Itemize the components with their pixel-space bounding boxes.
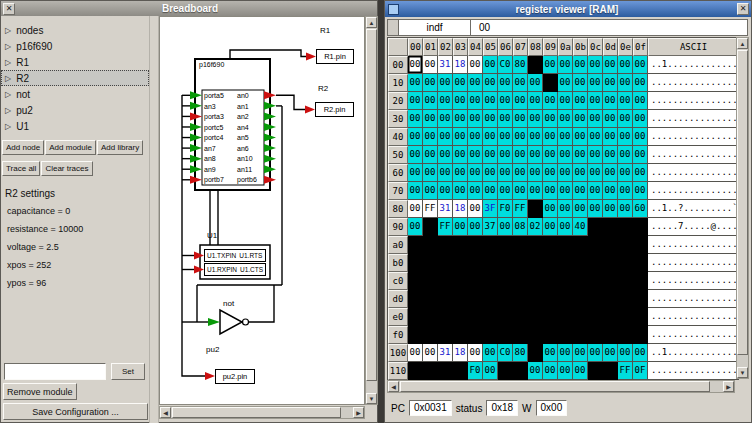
reg-cell[interactable]: [588, 236, 603, 254]
reg-cell[interactable]: [618, 308, 633, 326]
reg-cell[interactable]: 00: [633, 146, 648, 164]
reg-cell[interactable]: 00: [588, 146, 603, 164]
reg-cell[interactable]: 00: [423, 164, 438, 182]
reg-cell[interactable]: 00: [573, 200, 588, 218]
reg-cell[interactable]: [453, 362, 468, 380]
scroll-down-icon[interactable]: ▼: [737, 367, 748, 378]
reg-cell[interactable]: 00: [453, 128, 468, 146]
reg-cell[interactable]: 00: [468, 344, 483, 362]
reg-cell[interactable]: [483, 254, 498, 272]
reg-cell[interactable]: 00: [588, 344, 603, 362]
reg-cell[interactable]: [618, 236, 633, 254]
scroll-up-icon[interactable]: ▲: [366, 17, 377, 28]
reg-cell[interactable]: 00: [603, 128, 618, 146]
reg-cell[interactable]: C0: [498, 344, 513, 362]
add-module-button[interactable]: Add module: [45, 140, 96, 155]
reg-cell[interactable]: [588, 308, 603, 326]
reg-cell[interactable]: [573, 236, 588, 254]
reg-cell[interactable]: 00: [558, 218, 573, 236]
column-header[interactable]: 09: [543, 38, 558, 56]
reg-cell[interactable]: [498, 254, 513, 272]
scroll-up-icon[interactable]: ▲: [737, 38, 748, 49]
reg-cell[interactable]: [468, 272, 483, 290]
reg-cell[interactable]: 00: [528, 74, 543, 92]
expander-icon[interactable]: ▷: [5, 42, 11, 51]
reg-cell[interactable]: [498, 362, 513, 380]
reg-cell[interactable]: F0: [468, 362, 483, 380]
reg-cell[interactable]: 00: [543, 164, 558, 182]
reg-cell[interactable]: [603, 290, 618, 308]
reg-cell[interactable]: 00: [543, 56, 558, 74]
reg-cell[interactable]: [408, 236, 423, 254]
reg-cell[interactable]: [618, 290, 633, 308]
reg-cell[interactable]: [528, 254, 543, 272]
reg-cell[interactable]: 00: [438, 92, 453, 110]
reg-cell[interactable]: FF: [438, 218, 453, 236]
reg-cell[interactable]: C0: [498, 56, 513, 74]
column-header[interactable]: 08: [528, 38, 543, 56]
reg-cell[interactable]: [513, 308, 528, 326]
set-button[interactable]: Set: [111, 363, 145, 380]
reg-cell[interactable]: 00: [588, 56, 603, 74]
reg-cell[interactable]: 00: [483, 92, 498, 110]
reg-cell[interactable]: 00: [513, 110, 528, 128]
row-header[interactable]: 110: [388, 362, 408, 380]
column-header[interactable]: 02: [438, 38, 453, 56]
reg-cell[interactable]: 0F: [633, 362, 648, 380]
reg-cell[interactable]: [543, 254, 558, 272]
reg-cell[interactable]: 00: [483, 128, 498, 146]
reg-cell[interactable]: 00: [603, 146, 618, 164]
reg-cell[interactable]: [453, 236, 468, 254]
reg-cell[interactable]: [453, 308, 468, 326]
reg-cell[interactable]: [618, 218, 633, 236]
reg-cell[interactable]: [483, 236, 498, 254]
reg-cell[interactable]: 00: [468, 182, 483, 200]
reg-cell[interactable]: [588, 362, 603, 380]
row-header[interactable]: 50: [388, 146, 408, 164]
expander-icon[interactable]: ▷: [5, 90, 11, 99]
trace-all-button[interactable]: Trace all: [2, 161, 40, 176]
reg-cell[interactable]: 00: [408, 56, 423, 74]
reg-cell[interactable]: 31: [438, 200, 453, 218]
reg-cell[interactable]: 00: [408, 218, 423, 236]
reg-cell[interactable]: 00: [573, 362, 588, 380]
reg-cell[interactable]: 00: [543, 146, 558, 164]
reg-cell[interactable]: 00: [588, 92, 603, 110]
reg-cell[interactable]: [543, 74, 558, 92]
reg-cell[interactable]: [498, 308, 513, 326]
reg-cell[interactable]: 00: [408, 344, 423, 362]
reg-cell[interactable]: [528, 200, 543, 218]
column-header[interactable]: 0b: [573, 38, 588, 56]
row-header[interactable]: 100: [388, 344, 408, 362]
add-node-button[interactable]: Add node: [2, 140, 44, 155]
reg-cell[interactable]: 00: [453, 110, 468, 128]
reg-cell[interactable]: 80: [513, 56, 528, 74]
reg-cell[interactable]: [423, 362, 438, 380]
row-header[interactable]: 10: [388, 74, 408, 92]
reg-cell[interactable]: 00: [408, 146, 423, 164]
reg-cell[interactable]: 00: [618, 164, 633, 182]
reg-cell[interactable]: 00: [603, 110, 618, 128]
reg-cell[interactable]: 00: [618, 344, 633, 362]
column-header[interactable]: 07: [513, 38, 528, 56]
reg-cell[interactable]: [453, 272, 468, 290]
reg-cell[interactable]: 00: [603, 182, 618, 200]
u1-row-rx[interactable]: U1.RXPIN U1.CTS: [204, 263, 266, 276]
reg-cell[interactable]: 00: [543, 344, 558, 362]
reg-cell[interactable]: [633, 308, 648, 326]
reg-cell[interactable]: 08: [513, 218, 528, 236]
tree-item-U1[interactable]: ▷U1: [1, 118, 149, 134]
reg-cell[interactable]: [543, 236, 558, 254]
reg-cell[interactable]: 00: [633, 110, 648, 128]
reg-cell[interactable]: [513, 254, 528, 272]
reg-cell[interactable]: 00: [468, 56, 483, 74]
close-button[interactable]: ✕: [3, 3, 15, 15]
reg-cell[interactable]: [498, 326, 513, 344]
window-icon[interactable]: [388, 4, 399, 15]
reg-cell[interactable]: [423, 272, 438, 290]
reg-cell[interactable]: 00: [438, 146, 453, 164]
row-header[interactable]: 30: [388, 110, 408, 128]
reg-cell[interactable]: 00: [558, 164, 573, 182]
reg-cell[interactable]: [603, 362, 618, 380]
reg-cell[interactable]: 00: [618, 146, 633, 164]
